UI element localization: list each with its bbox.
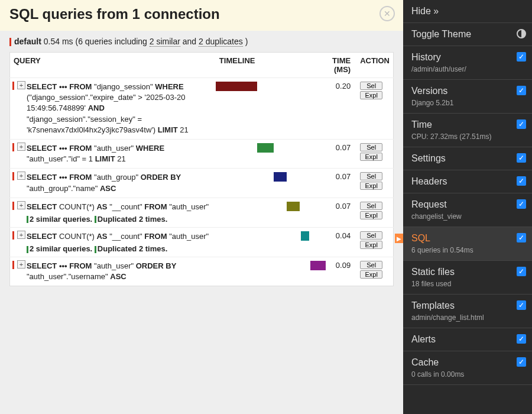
query-sql: SELECT ••• FROM "auth_user" ORDER BY "au… bbox=[27, 261, 212, 282]
timeline-bar bbox=[310, 261, 326, 270]
timeline-cell bbox=[216, 169, 327, 198]
toolbar-checkbox[interactable]: ✓ bbox=[517, 176, 526, 186]
toolbar-item-sql[interactable]: ▶SQL6 queries in 0.54ms✓ bbox=[403, 227, 532, 261]
sql-text: "__count" bbox=[108, 232, 145, 241]
expand-button[interactable]: + bbox=[17, 260, 25, 269]
toolbar-checkbox[interactable]: ✓ bbox=[517, 233, 526, 242]
similar-link[interactable]: 2 similar bbox=[150, 37, 180, 47]
expl-button[interactable]: Expl bbox=[360, 241, 382, 249]
sql-keyword: FROM bbox=[144, 232, 167, 241]
expl-button[interactable]: Expl bbox=[360, 182, 382, 190]
timeline-cell bbox=[216, 257, 327, 286]
query-color-bar bbox=[12, 202, 14, 210]
sql-panel: SQL queries from 1 connection ✕ default … bbox=[0, 0, 403, 414]
expand-button[interactable]: + bbox=[17, 81, 25, 89]
sel-button[interactable]: Sel bbox=[360, 143, 382, 151]
action-cell: SelExpl bbox=[356, 139, 393, 168]
timeline-cell bbox=[216, 198, 327, 227]
sel-button[interactable]: Sel bbox=[360, 231, 382, 240]
toolbar-checkbox[interactable]: ✓ bbox=[517, 300, 526, 310]
sql-text: "auth_user" bbox=[167, 232, 209, 241]
query-sql: SELECT COUNT(*) AS "__count" FROM "auth_… bbox=[27, 231, 212, 242]
timeline-cell bbox=[216, 78, 327, 140]
toolbar-checkbox[interactable]: ✓ bbox=[517, 153, 526, 163]
timeline-bar bbox=[274, 172, 287, 182]
duplicates-link[interactable]: 2 duplicates bbox=[199, 37, 243, 47]
close-icon: ✕ bbox=[384, 9, 391, 18]
dup-bar-icon bbox=[95, 216, 96, 223]
toolbar-item-headers[interactable]: Headers✓ bbox=[403, 170, 532, 193]
expand-button[interactable]: + bbox=[17, 172, 25, 180]
sel-button[interactable]: Sel bbox=[360, 261, 382, 269]
query-time: 0.20 bbox=[327, 78, 356, 140]
toolbar-checkbox[interactable]: ✓ bbox=[517, 199, 526, 209]
timeline-bar bbox=[257, 143, 274, 153]
query-color-bar bbox=[12, 231, 14, 240]
query-sql: SELECT COUNT(*) AS "__count" FROM "auth_… bbox=[27, 202, 212, 212]
sql-keyword: AS bbox=[96, 232, 107, 241]
toolbar-item-title: Versions bbox=[411, 86, 524, 96]
expl-button[interactable]: Expl bbox=[360, 211, 382, 219]
toolbar-item-history[interactable]: History/admin/auth/user/✓ bbox=[403, 46, 532, 80]
sql-keyword: WHERE bbox=[136, 144, 164, 153]
toolbar-item-settings[interactable]: Settings✓ bbox=[403, 147, 532, 170]
expand-button[interactable]: + bbox=[17, 231, 25, 239]
sql-text: COUNT(*) bbox=[57, 232, 96, 241]
expand-button[interactable]: + bbox=[17, 201, 25, 209]
toolbar-checkbox[interactable]: ✓ bbox=[517, 357, 526, 367]
expl-button[interactable]: Expl bbox=[360, 91, 382, 99]
connection-color-bar bbox=[9, 38, 11, 46]
timeline-bar bbox=[301, 231, 309, 241]
toolbar-item-alerts[interactable]: Alerts✓ bbox=[403, 328, 532, 351]
toolbar-checkbox[interactable]: ✓ bbox=[517, 52, 526, 62]
col-action: ACTION bbox=[356, 53, 393, 78]
duplicate-note: 2 similar queries. Duplicated 2 times. bbox=[27, 215, 212, 224]
toolbar-item-request[interactable]: Requestchangelist_view✓ bbox=[403, 193, 532, 227]
sql-text: 21 bbox=[115, 154, 126, 163]
query-time: 0.07 bbox=[327, 169, 356, 198]
toolbar-item-static-files[interactable]: Static files18 files used✓ bbox=[403, 261, 532, 295]
action-cell: SelExpl bbox=[356, 257, 393, 286]
toolbar-item-templates[interactable]: Templatesadmin/change_list.html✓ bbox=[403, 295, 532, 328]
sel-button[interactable]: Sel bbox=[360, 82, 382, 90]
sql-keyword: SELECT bbox=[27, 202, 57, 211]
toolbar-checkbox[interactable]: ✓ bbox=[517, 267, 526, 276]
toolbar-item-versions[interactable]: VersionsDjango 5.2b1✓ bbox=[403, 80, 532, 114]
sel-button[interactable]: Sel bbox=[360, 172, 382, 180]
col-time: TIME (MS) bbox=[327, 53, 356, 78]
expl-button[interactable]: Expl bbox=[360, 270, 382, 279]
expand-button[interactable]: + bbox=[17, 143, 25, 151]
sql-text: "auth_user"."id" = 1 bbox=[27, 154, 95, 163]
toolbar-checkbox[interactable]: ✓ bbox=[517, 334, 526, 344]
toolbar-item-hide[interactable]: Hide » bbox=[403, 0, 532, 23]
query-time: 0.04 bbox=[327, 227, 356, 257]
toolbar-item-cache[interactable]: Cache0 calls in 0.00ms✓ bbox=[403, 351, 532, 385]
sql-text: "auth_user"."username" bbox=[27, 272, 110, 281]
toolbar-item-title: Headers bbox=[411, 176, 524, 187]
connection-and: and bbox=[180, 37, 199, 46]
toolbar-item-time[interactable]: TimeCPU: 27.32ms (27.51ms)✓ bbox=[403, 114, 532, 147]
sel-button[interactable]: Sel bbox=[360, 202, 382, 210]
sql-keyword: LIMIT bbox=[158, 125, 178, 134]
toolbar-checkbox[interactable]: ✓ bbox=[517, 119, 526, 129]
toolbar-item-title: Hide » bbox=[411, 6, 524, 17]
query-row: +SELECT ••• FROM "auth_user" ORDER BY "a… bbox=[10, 257, 394, 286]
sql-table: QUERY TIMELINE TIME (MS) ACTION +SELECT … bbox=[9, 52, 394, 286]
query-time: 0.09 bbox=[327, 257, 356, 286]
toolbar-checkbox[interactable]: ✓ bbox=[517, 86, 526, 95]
toolbar-item-subtitle: admin/change_list.html bbox=[411, 313, 524, 322]
theme-icon bbox=[517, 29, 526, 38]
expl-button[interactable]: Expl bbox=[360, 153, 382, 161]
sql-keyword: ORDER BY bbox=[141, 173, 181, 182]
action-cell: SelExpl bbox=[356, 78, 393, 140]
toolbar-item-subtitle: Django 5.2b1 bbox=[411, 99, 524, 107]
toolbar-item-title: Request bbox=[411, 199, 524, 210]
toolbar-item-toggle-theme[interactable]: Toggle Theme bbox=[403, 23, 532, 46]
close-button[interactable]: ✕ bbox=[379, 6, 395, 21]
sql-text: "django_session" bbox=[92, 82, 155, 91]
query-row: +SELECT ••• FROM "django_session" WHERE … bbox=[10, 78, 394, 140]
sql-text: "django_session"."session_key" = 'k7snen… bbox=[27, 115, 158, 134]
action-cell: SelExpl bbox=[356, 198, 393, 227]
col-timeline: TIMELINE bbox=[216, 53, 327, 78]
query-row: +SELECT COUNT(*) AS "__count" FROM "auth… bbox=[10, 198, 394, 227]
